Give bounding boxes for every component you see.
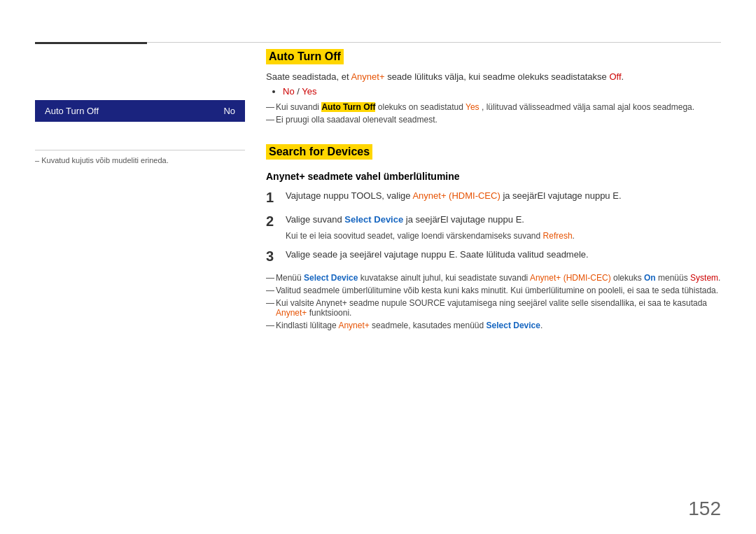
off-highlight: Off [609, 71, 621, 82]
bottom-notes: Menüü Select Device kuvatakse ainult juh… [266, 273, 721, 330]
sidebar-note: – Kuvatud kujutis võib mudeliti erineda. [35, 150, 245, 164]
page-number: 152 [688, 498, 721, 520]
section-search-devices: Search for Devices Anynet+ seadmete vahe… [266, 137, 721, 330]
bottom-note2: Valitud seadmele ümberlülitumine võib ke… [266, 286, 721, 295]
step3-text: Valige seade ja seejärel vajutage nuppu … [286, 248, 589, 262]
section1-note2: Ei pruugi olla saadaval olenevalt seadme… [266, 115, 721, 125]
section1-title: Auto Turn Off [266, 49, 344, 64]
section2-title: Search for Devices [266, 144, 372, 160]
step1-number: 1 [266, 189, 279, 206]
step2-text: Valige suvand Select Device ja seejärEl … [286, 214, 524, 225]
step2-content: Valige suvand Select Device ja seejärEl … [286, 213, 575, 241]
bottom-note4: Kindlasti lülitage Anynet+ seadmele, kas… [266, 321, 721, 330]
bottom-note3: Kui valsite Anynet+ seadme nupule SOURCE… [266, 298, 721, 318]
section1-note1: Kui suvandi Auto Turn Off olekuks on sea… [266, 102, 721, 112]
section2-subtitle: Anynet+ seadmete vahel ümberlülitumine [266, 171, 721, 182]
step3: 3 Valige seade ja seejärel vajutage nupp… [266, 248, 721, 265]
sidebar-menu-item[interactable]: Auto Turn Off No [35, 100, 245, 122]
section-auto-turn-off: Auto Turn Off Saate seadistada, et Anyne… [266, 42, 721, 125]
step2: 2 Valige suvand Select Device ja seejärE… [266, 213, 721, 241]
step3-number: 3 [266, 248, 279, 265]
step1: 1 Vajutage nuppu TOOLS, valige Anynet+ (… [266, 189, 721, 206]
bottom-note1: Menüü Select Device kuvatakse ainult juh… [266, 273, 721, 283]
sidebar-menu-label: Auto Turn Off [45, 106, 99, 116]
sidebar-menu-value: No [223, 106, 235, 116]
sidebar: Auto Turn Off No – Kuvatud kujutis võib … [35, 42, 245, 492]
step2-sub-note: Kui te ei leia soovitud seadet, valige l… [286, 231, 575, 241]
anynet-highlight: Anynet+ [351, 71, 384, 82]
bullet-item: No / Yes [283, 86, 721, 97]
step2-number: 2 [266, 213, 279, 230]
sidebar-top-bar [35, 42, 147, 44]
main-content: Auto Turn Off Saate seadistada, et Anyne… [266, 42, 721, 492]
step1-text: Vajutage nuppu TOOLS, valige Anynet+ (HD… [286, 189, 622, 203]
section1-intro: Saate seadistada, et Anynet+ seade lülit… [266, 71, 721, 82]
section1-bullets: No / Yes [266, 86, 721, 97]
